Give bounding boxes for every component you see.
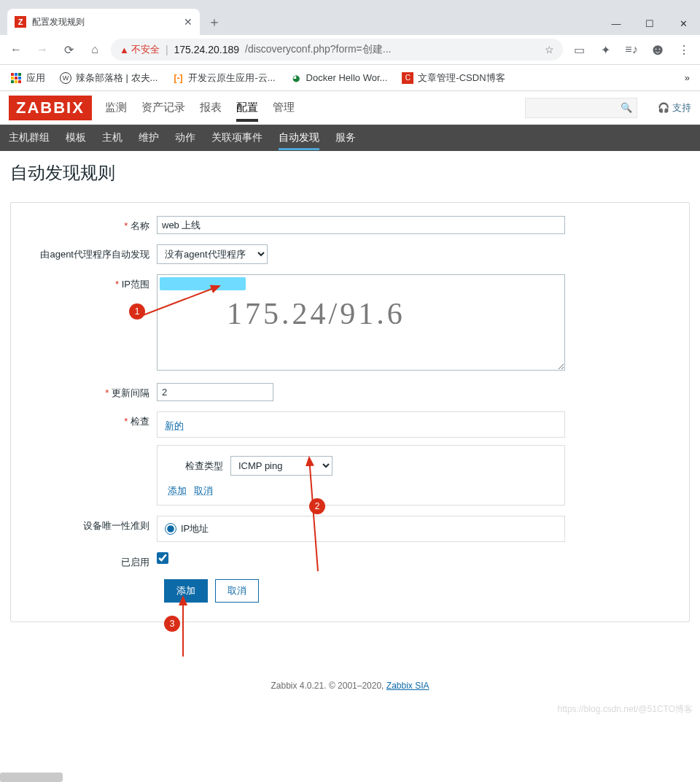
extensions-icon[interactable]: ✦ <box>595 39 615 60</box>
wordpress-icon: W <box>60 72 71 84</box>
close-window-button[interactable]: ✕ <box>666 12 700 35</box>
subnav-hostgroups[interactable]: 主机群组 <box>9 125 50 150</box>
browser-toolbar: ← → ⟳ ⌂ ▲ 不安全 | 175.24.20.189/discoveryc… <box>0 35 700 65</box>
nav-monitoring[interactable]: 监测 <box>105 93 127 122</box>
bookmark-4-label: 文章管理-CSDN博客 <box>418 71 505 85</box>
cancel-button[interactable]: 取消 <box>215 579 259 603</box>
interval-input[interactable] <box>157 383 273 401</box>
uniqueness-box: IP地址 <box>157 516 565 542</box>
label-checktype: 检查类型 <box>168 460 223 473</box>
browser-tab[interactable]: Z 配置发现规则 ✕ <box>7 9 200 35</box>
label-enabled: 已启用 <box>24 552 157 569</box>
reload-button[interactable]: ⟳ <box>58 39 79 60</box>
bookmarks-overflow[interactable]: » <box>680 69 694 86</box>
bookmark-star-icon[interactable]: ☆ <box>545 44 554 55</box>
bookmark-4[interactable]: C文章管理-CSDN博客 <box>397 69 509 88</box>
profile-icon[interactable]: ☻ <box>648 39 668 60</box>
annotation-handwriting: 175.24/91.6 <box>227 296 405 331</box>
watermark: https://blog.csdn.net/@51CTO博客 <box>558 703 693 716</box>
submit-button[interactable]: 添加 <box>164 579 208 603</box>
annotation-highlight <box>160 277 246 290</box>
apps-icon <box>11 73 21 83</box>
maximize-button[interactable]: ☐ <box>633 12 666 35</box>
bookmark-3-label: Docker Hello Wor... <box>306 72 388 83</box>
label-agent: 由agent代理程序自动发现 <box>24 244 157 261</box>
top-nav: 监测 资产记录 报表 配置 管理 <box>105 93 295 122</box>
agent-select[interactable]: 没有agent代理程序 <box>157 244 268 264</box>
inner-add-link[interactable]: 添加 <box>168 485 187 496</box>
label-uniqueness: 设备唯一性准则 <box>24 516 157 533</box>
label-name: 名称 <box>24 216 157 233</box>
checktype-select[interactable]: ICMP ping <box>230 456 332 476</box>
check-new-link[interactable]: 新的 <box>165 420 184 431</box>
footer: Zabbix 4.0.21. © 2001–2020, Zabbix SIA <box>10 681 690 691</box>
url-separator: | <box>166 44 168 55</box>
nav-reports[interactable]: 报表 <box>200 93 222 122</box>
search-icon: 🔍 <box>621 102 632 113</box>
csdn-icon: C <box>402 72 413 84</box>
page-title: 自动发现规则 <box>10 161 690 185</box>
checks-box: 新的 <box>157 411 565 438</box>
new-tab-button[interactable]: ＋ <box>204 12 225 32</box>
subnav-templates[interactable]: 模板 <box>66 125 86 150</box>
window-controls: — ☐ ✕ <box>599 12 700 35</box>
payment-icon[interactable]: ▭ <box>569 39 589 60</box>
url-path: /discoveryconf.php?form=创建... <box>245 43 391 56</box>
insecure-label: 不安全 <box>131 43 160 56</box>
inner-cancel-link[interactable]: 取消 <box>194 485 213 496</box>
bookmark-1[interactable]: W辣条部落格 | 农夫... <box>55 69 162 88</box>
forward-button[interactable]: → <box>32 39 52 60</box>
bookmark-2-label: 开发云原生应用-云... <box>188 71 275 85</box>
tab-favicon: Z <box>15 16 26 28</box>
bookmark-3[interactable]: ◕Docker Hello Wor... <box>286 69 392 87</box>
headset-icon: 🎧 <box>658 102 669 113</box>
address-bar[interactable]: ▲ 不安全 | 175.24.20.189/discoveryconf.php?… <box>111 39 563 61</box>
zabbix-header: ZABBIX 监测 资产记录 报表 配置 管理 🔍 🎧支持 <box>0 91 700 125</box>
bookmark-2[interactable]: [-]开发云原生应用-云... <box>168 69 279 88</box>
discovery-form: 名称 由agent代理程序自动发现 没有agent代理程序 IP范围 175.2… <box>10 202 690 622</box>
window-titlebar: Z 配置发现规则 ✕ ＋ — ☐ ✕ <box>0 0 700 35</box>
apps-shortcut[interactable]: 应用 <box>6 69 50 88</box>
search-input[interactable]: 🔍 <box>525 98 637 118</box>
footer-text: Zabbix 4.0.21. © 2001–2020, <box>271 681 386 691</box>
subnav-discovery[interactable]: 自动发现 <box>279 125 319 150</box>
tab-title: 配置发现规则 <box>32 16 178 28</box>
subnav-correlations[interactable]: 关联项事件 <box>211 125 262 150</box>
reading-list-icon[interactable]: ≡♪ <box>621 39 642 60</box>
nav-administration[interactable]: 管理 <box>273 93 295 122</box>
insecure-icon: ▲ 不安全 <box>120 43 160 56</box>
check-edit-box: 检查类型 ICMP ping 添加 取消 2 <box>157 445 565 506</box>
home-button[interactable]: ⌂ <box>85 39 105 60</box>
minimize-button[interactable]: — <box>599 12 633 35</box>
tab-close-icon[interactable]: ✕ <box>184 16 192 28</box>
uniqueness-radio-ip[interactable] <box>165 523 176 535</box>
sub-nav: 主机群组 模板 主机 维护 动作 关联项事件 自动发现 服务 <box>0 125 700 151</box>
zabbix-logo[interactable]: ZABBIX <box>9 96 92 120</box>
annotation-badge-3: 3 <box>164 616 180 632</box>
subnav-actions[interactable]: 动作 <box>175 125 195 150</box>
annotation-badge-2: 2 <box>309 498 325 514</box>
back-button[interactable]: ← <box>6 39 26 60</box>
docker-icon: ◕ <box>290 72 302 84</box>
bookmark-1-label: 辣条部落格 | 农夫... <box>76 71 158 85</box>
subnav-hosts[interactable]: 主机 <box>102 125 122 150</box>
label-iprange: IP范围 <box>24 274 157 291</box>
apps-label: 应用 <box>26 71 45 85</box>
page-content: 自动发现规则 名称 由agent代理程序自动发现 没有agent代理程序 IP范… <box>0 151 700 720</box>
url-host: 175.24.20.189 <box>174 44 240 55</box>
bookmarks-bar: 应用 W辣条部落格 | 农夫... [-]开发云原生应用-云... ◕Docke… <box>0 65 700 91</box>
support-label: 支持 <box>672 101 691 115</box>
nav-configuration[interactable]: 配置 <box>236 93 258 122</box>
kebab-menu-icon[interactable]: ⋮ <box>674 39 694 60</box>
nav-inventory[interactable]: 资产记录 <box>141 93 185 122</box>
name-input[interactable] <box>157 216 565 234</box>
subnav-services[interactable]: 服务 <box>335 125 356 150</box>
subnav-maintenance[interactable]: 维护 <box>139 125 159 150</box>
support-link[interactable]: 🎧支持 <box>658 101 691 115</box>
enabled-checkbox[interactable] <box>157 552 168 564</box>
annotation-badge-1: 1 <box>129 303 145 320</box>
footer-link[interactable]: Zabbix SIA <box>386 681 429 691</box>
uniqueness-option-label: IP地址 <box>181 522 209 535</box>
cloud-icon: [-] <box>172 72 184 84</box>
label-checks: 检查 <box>24 411 157 428</box>
